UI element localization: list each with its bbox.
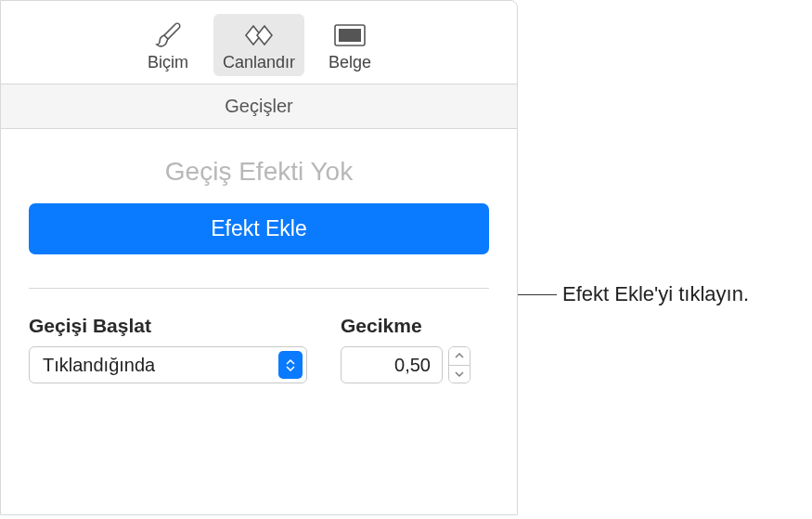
callout: Efekt Ekle'yi tıklayın. — [518, 282, 749, 306]
delay-stepper-down[interactable] — [449, 366, 470, 383]
document-tab[interactable]: Belge — [310, 14, 390, 76]
paintbrush-icon — [148, 19, 188, 51]
callout-line — [518, 294, 557, 295]
start-transition-value: Tıklandığında — [43, 355, 155, 376]
format-tab[interactable]: Biçim — [128, 14, 208, 76]
select-updown-icon — [278, 351, 303, 379]
start-transition-label: Geçişi Başlat — [29, 315, 307, 337]
callout-text: Efekt Ekle'yi tıklayın. — [562, 282, 749, 306]
start-transition-select[interactable]: Tıklandığında — [29, 346, 307, 383]
delay-stepper-wrap — [341, 346, 489, 383]
transitions-section-header: Geçişler — [1, 84, 517, 129]
delay-label: Gecikme — [341, 315, 489, 337]
inspector-toolbar: Biçim Canlandır Belge — [1, 1, 517, 84]
delay-input[interactable] — [341, 346, 443, 383]
no-transition-effect-title: Geçiş Efekti Yok — [29, 157, 489, 187]
start-transition-group: Geçişi Başlat Tıklandığında — [29, 315, 307, 383]
svg-rect-1 — [339, 29, 361, 42]
divider — [29, 288, 489, 289]
animate-tab[interactable]: Canlandır — [213, 14, 304, 76]
format-tab-label: Biçim — [148, 53, 188, 72]
transition-controls-row: Geçişi Başlat Tıklandığında Gecikme — [29, 315, 489, 383]
delay-group: Gecikme — [341, 315, 489, 383]
add-effect-button[interactable]: Efekt Ekle — [29, 203, 489, 254]
inspector-panel: Biçim Canlandır Belge Geçişler Geçiş Ef — [0, 0, 518, 515]
animate-tab-label: Canlandır — [223, 53, 295, 72]
transitions-content: Geçiş Efekti Yok Efekt Ekle Geçişi Başla… — [1, 129, 517, 383]
delay-stepper-up[interactable] — [449, 347, 470, 366]
animate-icon — [238, 19, 279, 51]
delay-stepper — [448, 346, 470, 383]
document-tab-label: Belge — [329, 53, 371, 72]
document-icon — [329, 19, 370, 51]
